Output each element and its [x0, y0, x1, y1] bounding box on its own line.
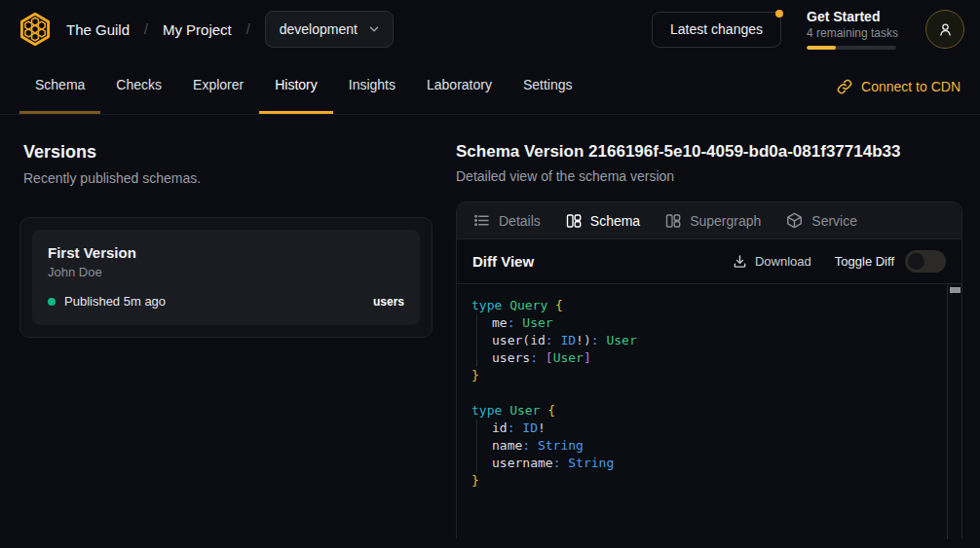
get-started-widget[interactable]: Get Started 4 remaining tasks	[807, 9, 900, 50]
columns-icon	[566, 213, 582, 229]
detail-tab-details[interactable]: Details	[461, 202, 553, 238]
code-line: users: [User]	[471, 349, 934, 367]
code-lines: type Query {me: Useruser(id: ID!): Useru…	[471, 297, 934, 490]
versions-title: Versions	[23, 142, 433, 163]
nav-tab-schema[interactable]: Schema	[19, 58, 100, 114]
code-line	[471, 384, 934, 402]
detail-tab-label: Details	[499, 213, 541, 229]
detail-tab-label: Schema	[590, 213, 640, 229]
diff-view-title: Diff View	[472, 253, 534, 270]
nav-tab-insights[interactable]: Insights	[333, 58, 411, 114]
chevron-down-icon	[367, 22, 381, 36]
schema-version-title: Schema Version 2166196f-5e10-4059-bd0a-0…	[456, 142, 962, 162]
get-started-title: Get Started	[807, 9, 900, 24]
code-line: }	[471, 367, 934, 384]
code-line: name: String	[471, 437, 934, 455]
hive-logo-icon[interactable]	[16, 10, 55, 49]
detail-tab-label: Service	[811, 213, 857, 229]
breadcrumb-separator: /	[246, 21, 250, 37]
schema-view-tabs: DetailsSchemaSupergraphService	[457, 202, 961, 239]
connect-to-cdn-link[interactable]: Connect to CDN	[837, 58, 961, 114]
nav-tab-laboratory[interactable]: Laboratory	[411, 58, 508, 114]
detail-tab-label: Supergraph	[690, 213, 761, 229]
published-status-dot	[48, 298, 56, 306]
code-line: type Query {	[471, 297, 934, 314]
code-line: user(id: ID!): User	[471, 332, 934, 349]
notification-dot	[775, 10, 783, 18]
versions-list: First Version John Doe Published 5m ago …	[19, 217, 433, 338]
target-selector[interactable]: development	[265, 11, 394, 48]
detail-tab-supergraph[interactable]: Supergraph	[653, 202, 773, 238]
nav-tab-checks[interactable]: Checks	[100, 58, 177, 114]
project-link[interactable]: My Project	[163, 21, 232, 38]
download-button[interactable]: Download	[733, 254, 811, 269]
nav-tab-explorer[interactable]: Explorer	[177, 58, 259, 114]
version-status: Published 5m ago	[64, 294, 166, 309]
detail-tab-schema[interactable]: Schema	[553, 202, 653, 238]
header: The Guild / My Project / development Lat…	[0, 0, 980, 58]
nav-tab-settings[interactable]: Settings	[508, 58, 588, 114]
get-started-subtitle: 4 remaining tasks	[807, 26, 900, 40]
cube-icon	[786, 212, 803, 229]
version-list-item[interactable]: First Version John Doe Published 5m ago …	[32, 230, 420, 325]
schema-version-subtitle: Detailed view of the schema version	[456, 168, 962, 184]
code-scrollbar-track	[947, 284, 961, 539]
primary-nav-tabs: SchemaChecksExplorerHistoryInsightsLabor…	[19, 58, 588, 114]
app-window: The Guild / My Project / development Lat…	[0, 0, 980, 548]
link-icon	[837, 79, 852, 94]
download-label: Download	[755, 254, 811, 269]
schema-code-viewer[interactable]: type Query {me: Useruser(id: ID!): Useru…	[457, 284, 961, 539]
code-line: }	[471, 472, 934, 490]
primary-nav: SchemaChecksExplorerHistoryInsightsLabor…	[0, 58, 980, 115]
code-line: me: User	[471, 314, 934, 332]
versions-subtitle: Recently published schemas.	[23, 170, 433, 186]
toggle-diff-switch[interactable]	[905, 250, 946, 273]
target-selector-value: development	[280, 21, 358, 37]
schema-view-panel: DetailsSchemaSupergraphService Diff View…	[456, 201, 962, 539]
main-content: Versions Recently published schemas. Fir…	[0, 115, 980, 539]
brand-link[interactable]: The Guild	[66, 21, 130, 38]
toggle-diff-label: Toggle Diff	[835, 254, 894, 269]
diff-view-header: Diff View Download Toggle Diff	[457, 239, 961, 284]
code-line: id: ID!	[471, 420, 934, 437]
columns-icon	[665, 213, 681, 229]
list-icon	[473, 212, 490, 229]
version-author: John Doe	[48, 265, 404, 279]
toggle-knob	[908, 253, 924, 270]
get-started-progress-fill	[807, 46, 836, 50]
latest-changes-button[interactable]: Latest changes	[652, 12, 781, 48]
nav-tab-history[interactable]: History	[259, 58, 333, 114]
user-icon	[937, 21, 954, 38]
download-icon	[733, 254, 747, 269]
code-scrollbar-thumb[interactable]	[950, 287, 961, 293]
avatar-button[interactable]	[925, 10, 964, 49]
code-line: username: String	[471, 455, 934, 472]
version-name: First Version	[48, 244, 404, 261]
connect-to-cdn-label: Connect to CDN	[861, 79, 961, 94]
detail-tab-service[interactable]: Service	[773, 202, 870, 238]
versions-panel: Versions Recently published schemas. Fir…	[23, 142, 433, 539]
code-line: type User {	[471, 402, 934, 420]
get-started-progress-bar	[807, 46, 896, 50]
version-detail-panel: Schema Version 2166196f-5e10-4059-bd0a-0…	[456, 142, 962, 539]
breadcrumb-separator: /	[144, 21, 148, 37]
service-badge: users	[373, 295, 404, 309]
